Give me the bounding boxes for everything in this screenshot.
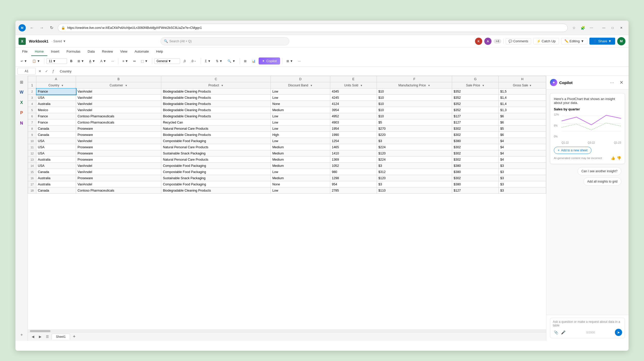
cell[interactable]: $4 bbox=[499, 138, 546, 144]
cell[interactable]: VanArsdel bbox=[76, 107, 161, 113]
sidebar-excel-icon[interactable]: X bbox=[18, 99, 26, 107]
cell[interactable]: Low bbox=[271, 187, 330, 194]
cell[interactable]: France bbox=[36, 88, 76, 95]
tab-home[interactable]: Home bbox=[31, 47, 47, 56]
tab-review[interactable]: Review bbox=[98, 47, 117, 56]
sidebar-ppt-icon[interactable]: P bbox=[18, 109, 26, 117]
tab-insert[interactable]: Insert bbox=[47, 47, 63, 56]
cell[interactable]: $5 bbox=[377, 119, 452, 126]
attach-button[interactable]: 📎 bbox=[553, 329, 559, 335]
cell[interactable]: $6 bbox=[499, 113, 546, 119]
tab-formulas[interactable]: Formulas bbox=[63, 47, 84, 56]
font-size-dropdown[interactable]: 11 ▼ bbox=[46, 58, 67, 64]
cell[interactable]: $127 bbox=[452, 119, 499, 126]
cell[interactable]: $4 bbox=[499, 144, 546, 150]
cell[interactable]: Natural Personal Care Products bbox=[161, 157, 271, 163]
merge-button[interactable]: ⇔ bbox=[131, 58, 138, 64]
cell[interactable]: $3 bbox=[499, 175, 546, 181]
col-header-g[interactable]: G bbox=[452, 76, 499, 82]
cell[interactable]: Australia bbox=[36, 181, 76, 187]
share-button[interactable]: 👤 Share ▼ bbox=[589, 38, 615, 45]
cell[interactable]: Biodegradable Cleaning Products bbox=[161, 132, 271, 138]
cell[interactable]: $352 bbox=[452, 95, 499, 101]
extensions-button[interactable]: 🧩 bbox=[579, 24, 586, 31]
minimize-button[interactable]: — bbox=[600, 24, 608, 31]
tab-file[interactable]: File bbox=[19, 47, 31, 56]
cell[interactable]: 4903 bbox=[330, 119, 377, 126]
cell[interactable]: $10 bbox=[377, 88, 452, 95]
cell[interactable]: $120 bbox=[377, 175, 452, 181]
pivot-table-button[interactable]: ⊞ bbox=[242, 58, 249, 64]
cell[interactable]: $1,3 bbox=[499, 107, 546, 113]
cell[interactable]: 1254 bbox=[330, 138, 377, 144]
cell[interactable]: $4 bbox=[499, 150, 546, 157]
cell[interactable]: $3 bbox=[499, 169, 546, 175]
cell[interactable]: $3 bbox=[499, 181, 546, 187]
copilot-input-box[interactable]: Ask a question or make a request about d… bbox=[550, 318, 625, 338]
number-format-dropdown[interactable]: General ▼ bbox=[154, 58, 180, 64]
sigma-button[interactable]: Σ ▼ bbox=[203, 58, 213, 64]
cell[interactable]: $5 bbox=[499, 126, 546, 132]
cell[interactable]: VanArsdel bbox=[76, 95, 161, 101]
cell[interactable]: USA bbox=[36, 163, 76, 169]
cell[interactable]: France bbox=[36, 113, 76, 119]
cell[interactable]: $10 bbox=[377, 107, 452, 113]
borders-button[interactable]: ⊞ ▼ bbox=[75, 58, 86, 64]
add-to-sheet-button[interactable]: + Add to a new sheet bbox=[554, 147, 591, 154]
cell[interactable]: High bbox=[271, 132, 330, 138]
cell[interactable]: Compostable Food Packaging bbox=[161, 163, 271, 169]
forward-button[interactable]: → bbox=[38, 24, 45, 31]
decimal-increase-button[interactable]: .0→ bbox=[189, 58, 199, 64]
cell[interactable]: Proseware bbox=[76, 132, 161, 138]
cell[interactable]: Proseware bbox=[76, 150, 161, 157]
another-insight-button[interactable]: Can I see another insight? bbox=[578, 167, 621, 175]
thumbs-up-button[interactable]: 👍 bbox=[611, 156, 615, 160]
header-gross-sale[interactable]: Gross Sale▼ bbox=[499, 82, 546, 88]
cell[interactable]: USA bbox=[36, 138, 76, 144]
refresh-button[interactable]: ↻ bbox=[48, 24, 55, 31]
filter-icon-discount[interactable]: ▼ bbox=[310, 84, 313, 87]
filter-icon-country[interactable]: ▼ bbox=[61, 84, 64, 87]
cell[interactable]: Sustainable Snack Packaging bbox=[161, 175, 271, 181]
cell[interactable]: $10 bbox=[377, 101, 452, 107]
cell[interactable]: Medium bbox=[271, 150, 330, 157]
thumbs-down-button[interactable]: 👎 bbox=[617, 156, 621, 160]
paste-button[interactable]: 📋 ▼ bbox=[30, 58, 42, 64]
cell[interactable]: $3 bbox=[499, 163, 546, 169]
cell[interactable]: 1465 bbox=[330, 144, 377, 150]
cell[interactable]: VanArsdel bbox=[76, 138, 161, 144]
cell[interactable]: Canada bbox=[36, 132, 76, 138]
tab-view[interactable]: View bbox=[116, 47, 131, 56]
cell[interactable]: Low bbox=[271, 126, 330, 132]
cell[interactable]: Medium bbox=[271, 144, 330, 150]
cell[interactable]: $10 bbox=[377, 95, 452, 101]
cell[interactable]: USA bbox=[36, 144, 76, 150]
cell[interactable]: Proseware bbox=[76, 175, 161, 181]
chart-button[interactable]: 📊 bbox=[250, 58, 258, 64]
cell[interactable]: $6 bbox=[499, 119, 546, 126]
cell[interactable]: 4245 bbox=[330, 95, 377, 101]
cell[interactable]: 1369 bbox=[330, 157, 377, 163]
search-box[interactable]: 🔍 Search (Alt + Q) bbox=[160, 37, 289, 45]
header-product[interactable]: Product ▼ bbox=[161, 82, 271, 88]
cell[interactable]: $3 bbox=[377, 163, 452, 169]
cell[interactable]: Natural Personal Care Products bbox=[161, 126, 271, 132]
cell[interactable]: Australia bbox=[36, 101, 76, 107]
add-sheet-button[interactable]: + bbox=[71, 334, 77, 340]
cell[interactable]: Compostable Food Packaging bbox=[161, 138, 271, 144]
insert-function-button[interactable]: ƒ bbox=[50, 68, 56, 74]
cell[interactable]: Biodegradable Cleaning Products bbox=[161, 95, 271, 101]
cell[interactable]: Contoso Pharmaceuticals bbox=[76, 113, 161, 119]
bold-button[interactable]: B bbox=[68, 58, 74, 64]
close-button[interactable]: ✕ bbox=[617, 24, 625, 31]
cell[interactable]: Medium bbox=[271, 107, 330, 113]
tab-help[interactable]: Help bbox=[152, 47, 167, 56]
cell[interactable]: $110 bbox=[377, 187, 452, 194]
horizontal-scrollbar[interactable] bbox=[28, 330, 546, 332]
col-header-c[interactable]: C bbox=[161, 76, 271, 82]
cell[interactable]: $352 bbox=[452, 88, 499, 95]
filter-icon-sale[interactable]: ▼ bbox=[482, 84, 485, 87]
cell[interactable]: Biodegradable Cleaning Products bbox=[161, 113, 271, 119]
cell[interactable]: 3954 bbox=[330, 107, 377, 113]
cell[interactable]: VanArsdel bbox=[76, 101, 161, 107]
